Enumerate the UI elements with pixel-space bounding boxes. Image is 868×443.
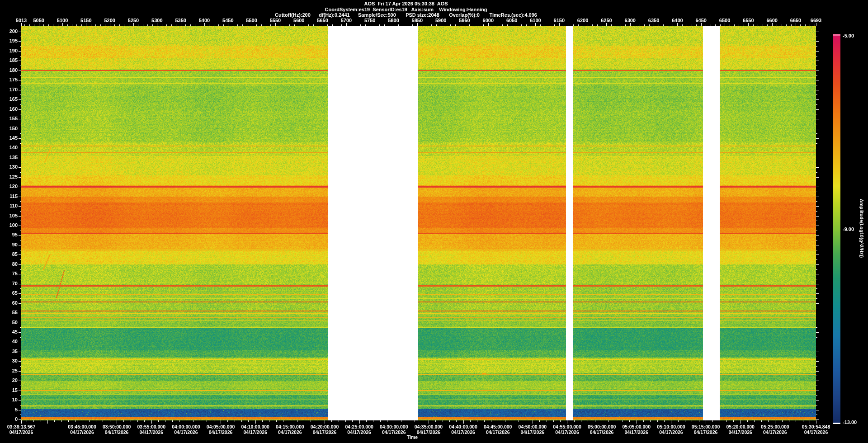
frequency-tick-label: 150 [0, 126, 18, 131]
record-tick-label: 5700 [341, 18, 352, 23]
frequency-tick-label: 25 [0, 368, 18, 373]
time-tick-label: 03:55:00.000 [137, 424, 165, 429]
record-tick-label: 6350 [648, 18, 659, 23]
spectrogram-canvas[interactable] [0, 0, 868, 443]
time-tick-label: 05:20:00.000 [726, 424, 754, 429]
record-tick-label: 6150 [554, 18, 565, 23]
record-tick-label: 5013 [16, 18, 27, 23]
frequency-tick-label: 130 [0, 165, 18, 170]
date-label: 04/17/2026 [174, 430, 198, 435]
frequency-tick-label: 190 [0, 48, 18, 53]
time-tick-label: 04:20:00.000 [311, 424, 339, 429]
frequency-tick-label: 50 [0, 320, 18, 325]
frequency-tick-label: 135 [0, 155, 18, 160]
time-tick-label: 03:45:00.000 [68, 424, 96, 429]
frequency-tick-label: 120 [0, 184, 18, 189]
date-label: 04/17/2026 [70, 430, 94, 435]
frequency-tick-label: 100 [0, 223, 18, 228]
frequency-tick-label: 155 [0, 116, 18, 121]
frequency-tick-label: 30 [0, 358, 18, 363]
date-label: 04/17/2026 [243, 430, 267, 435]
date-label: 04/17/2026 [590, 430, 614, 435]
record-tick-label: 5850 [412, 18, 423, 23]
record-tick-label: 6000 [483, 18, 494, 23]
colorbar-tick-label: -13.00 [843, 420, 857, 425]
time-tick-label: 03:50:00.000 [103, 424, 131, 429]
date-label: 04/17/2026 [659, 430, 683, 435]
record-tick-label: 6500 [719, 18, 730, 23]
colorbar-title: Amplitude(Log10(g^2/Hz)) [859, 199, 864, 258]
date-label: 04/17/2026 [694, 430, 718, 435]
record-tick-label: 6693 [811, 18, 821, 23]
time-tick-label: 04:15:00.000 [276, 424, 304, 429]
time-tick-label: 04:35:00.000 [415, 424, 443, 429]
date-label: 04/17/2026 [521, 430, 545, 435]
header-config-2: Cuttoff(Hz):200 df(Hz):0.2441 Sample/Sec… [275, 12, 537, 18]
date-label: 04/17/2026 [382, 430, 406, 435]
record-tick-label: 6200 [577, 18, 588, 23]
time-tick-label: 05:15:00.000 [692, 424, 720, 429]
date-label: 04/17/2026 [9, 430, 33, 435]
date-label: 04/17/2026 [313, 430, 337, 435]
time-tick-label: 05:00:00.000 [588, 424, 616, 429]
frequency-tick-label: 65 [0, 291, 18, 296]
frequency-tick-label: 35 [0, 349, 18, 354]
date-label: 04/17/2026 [347, 430, 371, 435]
frequency-tick-label: 125 [0, 174, 18, 179]
record-tick-label: 5300 [151, 18, 162, 23]
record-tick-label: 6250 [601, 18, 612, 23]
time-tick-label: 04:55:00.000 [553, 424, 581, 429]
time-tick-label: 04:40:00.000 [449, 424, 477, 429]
frequency-tick-label: 20 [0, 378, 18, 383]
time-tick-label: 05:25:00.000 [761, 424, 789, 429]
record-tick-label: 6300 [625, 18, 636, 23]
date-label: 04/17/2026 [209, 430, 233, 435]
date-label: 04/17/2026 [555, 430, 579, 435]
frequency-tick-label: 40 [0, 339, 18, 344]
frequency-tick-label: 55 [0, 310, 18, 315]
frequency-tick-label: 5 [0, 407, 18, 412]
record-tick-label: 6050 [506, 18, 517, 23]
record-tick-label: 5450 [222, 18, 233, 23]
record-tick-label: 5050 [33, 18, 44, 23]
frequency-tick-label: 10 [0, 397, 18, 402]
frequency-tick-label: 175 [0, 77, 18, 82]
date-label: 04/17/2026 [804, 430, 828, 435]
frequency-tick-label: 80 [0, 262, 18, 267]
record-tick-label: 5950 [459, 18, 470, 23]
time-axis-title: Time [407, 435, 418, 440]
record-tick-label: 5900 [435, 18, 446, 23]
record-tick-label: 6550 [743, 18, 754, 23]
record-tick-label: 5550 [270, 18, 281, 23]
record-tick-label: 5500 [246, 18, 257, 23]
colorbar-tick-label: -9.00 [843, 227, 854, 232]
header-config-1: CoordSystem:es19 SensorID:es19 Axis:sum … [325, 7, 487, 12]
frequency-tick-label: 70 [0, 281, 18, 286]
time-tick-label: 04:45:00.000 [484, 424, 512, 429]
date-label: 04/17/2026 [278, 430, 302, 435]
date-label: 04/17/2026 [451, 430, 475, 435]
time-tick-label: 04:50:00.000 [519, 424, 547, 429]
record-tick-label: 6450 [695, 18, 706, 23]
time-tick-label: 03:36:13.567 [7, 424, 35, 429]
frequency-tick-label: 200 [0, 29, 18, 34]
frequency-tick-label: 180 [0, 68, 18, 73]
record-tick-label: 6650 [790, 18, 801, 23]
record-tick-label: 6100 [530, 18, 541, 23]
frequency-tick-label: 60 [0, 301, 18, 306]
frequency-tick-label: 165 [0, 97, 18, 102]
time-tick-label: 04:30:00.000 [380, 424, 408, 429]
frequency-tick-label: 75 [0, 271, 18, 276]
record-tick-label: 5150 [80, 18, 91, 23]
frequency-tick-label: 115 [0, 194, 18, 199]
frequency-tick-label: 90 [0, 242, 18, 247]
date-label: 04/17/2026 [105, 430, 129, 435]
frequency-tick-label: 185 [0, 58, 18, 63]
date-label: 04/17/2026 [763, 430, 787, 435]
record-tick-label: 5650 [317, 18, 328, 23]
time-tick-label: 05:30:54.848 [802, 424, 830, 429]
time-tick-label: 04:00:00.000 [172, 424, 200, 429]
frequency-tick-label: 160 [0, 107, 18, 112]
time-tick-label: 05:10:00.000 [657, 424, 685, 429]
frequency-tick-label: 15 [0, 388, 18, 393]
